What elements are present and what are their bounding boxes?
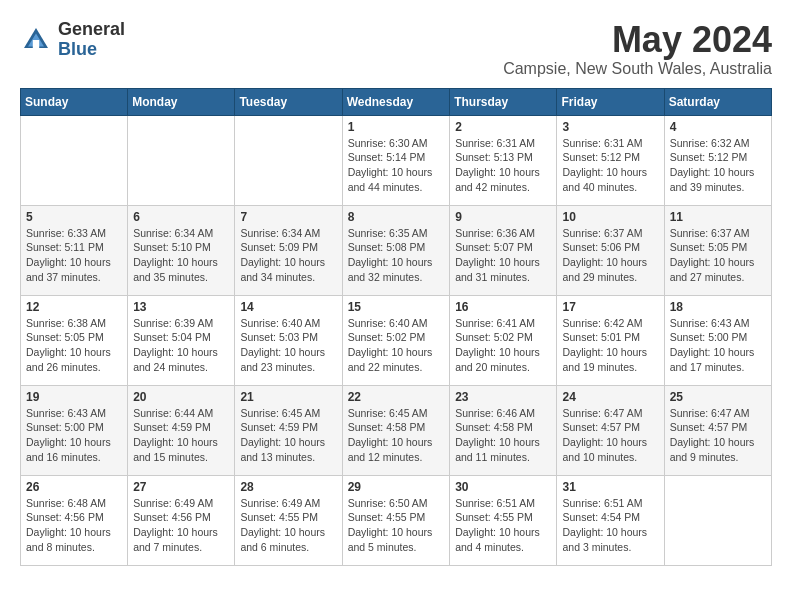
calendar-body: 1Sunrise: 6:30 AM Sunset: 5:14 PM Daylig… bbox=[21, 115, 772, 565]
calendar-cell: 27Sunrise: 6:49 AM Sunset: 4:56 PM Dayli… bbox=[128, 475, 235, 565]
day-detail: Sunrise: 6:37 AM Sunset: 5:05 PM Dayligh… bbox=[670, 226, 766, 285]
calendar-cell: 24Sunrise: 6:47 AM Sunset: 4:57 PM Dayli… bbox=[557, 385, 664, 475]
day-number: 13 bbox=[133, 300, 229, 314]
day-detail: Sunrise: 6:40 AM Sunset: 5:02 PM Dayligh… bbox=[348, 316, 445, 375]
calendar-week-row: 26Sunrise: 6:48 AM Sunset: 4:56 PM Dayli… bbox=[21, 475, 772, 565]
day-number: 20 bbox=[133, 390, 229, 404]
day-number: 5 bbox=[26, 210, 122, 224]
day-number: 31 bbox=[562, 480, 658, 494]
calendar-cell: 31Sunrise: 6:51 AM Sunset: 4:54 PM Dayli… bbox=[557, 475, 664, 565]
calendar-cell: 23Sunrise: 6:46 AM Sunset: 4:58 PM Dayli… bbox=[450, 385, 557, 475]
day-detail: Sunrise: 6:48 AM Sunset: 4:56 PM Dayligh… bbox=[26, 496, 122, 555]
calendar-cell bbox=[664, 475, 771, 565]
calendar-cell: 22Sunrise: 6:45 AM Sunset: 4:58 PM Dayli… bbox=[342, 385, 450, 475]
day-number: 30 bbox=[455, 480, 551, 494]
day-number: 14 bbox=[240, 300, 336, 314]
calendar-cell: 2Sunrise: 6:31 AM Sunset: 5:13 PM Daylig… bbox=[450, 115, 557, 205]
day-detail: Sunrise: 6:43 AM Sunset: 5:00 PM Dayligh… bbox=[26, 406, 122, 465]
day-detail: Sunrise: 6:35 AM Sunset: 5:08 PM Dayligh… bbox=[348, 226, 445, 285]
calendar-cell: 25Sunrise: 6:47 AM Sunset: 4:57 PM Dayli… bbox=[664, 385, 771, 475]
logo-blue: Blue bbox=[58, 40, 125, 60]
calendar-cell: 4Sunrise: 6:32 AM Sunset: 5:12 PM Daylig… bbox=[664, 115, 771, 205]
calendar-cell: 11Sunrise: 6:37 AM Sunset: 5:05 PM Dayli… bbox=[664, 205, 771, 295]
calendar-cell bbox=[235, 115, 342, 205]
day-number: 23 bbox=[455, 390, 551, 404]
day-number: 3 bbox=[562, 120, 658, 134]
day-detail: Sunrise: 6:31 AM Sunset: 5:12 PM Dayligh… bbox=[562, 136, 658, 195]
month-title: May 2024 bbox=[503, 20, 772, 60]
calendar-week-row: 19Sunrise: 6:43 AM Sunset: 5:00 PM Dayli… bbox=[21, 385, 772, 475]
day-detail: Sunrise: 6:33 AM Sunset: 5:11 PM Dayligh… bbox=[26, 226, 122, 285]
calendar-cell: 29Sunrise: 6:50 AM Sunset: 4:55 PM Dayli… bbox=[342, 475, 450, 565]
day-number: 2 bbox=[455, 120, 551, 134]
calendar-cell: 1Sunrise: 6:30 AM Sunset: 5:14 PM Daylig… bbox=[342, 115, 450, 205]
weekday-header: Monday bbox=[128, 88, 235, 115]
day-detail: Sunrise: 6:43 AM Sunset: 5:00 PM Dayligh… bbox=[670, 316, 766, 375]
calendar-cell: 21Sunrise: 6:45 AM Sunset: 4:59 PM Dayli… bbox=[235, 385, 342, 475]
calendar-cell: 30Sunrise: 6:51 AM Sunset: 4:55 PM Dayli… bbox=[450, 475, 557, 565]
day-detail: Sunrise: 6:51 AM Sunset: 4:55 PM Dayligh… bbox=[455, 496, 551, 555]
day-detail: Sunrise: 6:31 AM Sunset: 5:13 PM Dayligh… bbox=[455, 136, 551, 195]
calendar-cell: 16Sunrise: 6:41 AM Sunset: 5:02 PM Dayli… bbox=[450, 295, 557, 385]
day-detail: Sunrise: 6:30 AM Sunset: 5:14 PM Dayligh… bbox=[348, 136, 445, 195]
calendar-cell: 9Sunrise: 6:36 AM Sunset: 5:07 PM Daylig… bbox=[450, 205, 557, 295]
day-detail: Sunrise: 6:38 AM Sunset: 5:05 PM Dayligh… bbox=[26, 316, 122, 375]
day-detail: Sunrise: 6:50 AM Sunset: 4:55 PM Dayligh… bbox=[348, 496, 445, 555]
day-number: 18 bbox=[670, 300, 766, 314]
day-number: 24 bbox=[562, 390, 658, 404]
day-detail: Sunrise: 6:51 AM Sunset: 4:54 PM Dayligh… bbox=[562, 496, 658, 555]
calendar-cell: 10Sunrise: 6:37 AM Sunset: 5:06 PM Dayli… bbox=[557, 205, 664, 295]
day-detail: Sunrise: 6:49 AM Sunset: 4:56 PM Dayligh… bbox=[133, 496, 229, 555]
day-detail: Sunrise: 6:40 AM Sunset: 5:03 PM Dayligh… bbox=[240, 316, 336, 375]
day-number: 6 bbox=[133, 210, 229, 224]
calendar-cell: 3Sunrise: 6:31 AM Sunset: 5:12 PM Daylig… bbox=[557, 115, 664, 205]
logo: General Blue bbox=[20, 20, 125, 60]
page-header: General Blue May 2024 Campsie, New South… bbox=[20, 20, 772, 78]
calendar-cell: 6Sunrise: 6:34 AM Sunset: 5:10 PM Daylig… bbox=[128, 205, 235, 295]
day-number: 17 bbox=[562, 300, 658, 314]
calendar-cell: 15Sunrise: 6:40 AM Sunset: 5:02 PM Dayli… bbox=[342, 295, 450, 385]
calendar-cell: 28Sunrise: 6:49 AM Sunset: 4:55 PM Dayli… bbox=[235, 475, 342, 565]
day-number: 11 bbox=[670, 210, 766, 224]
calendar-week-row: 12Sunrise: 6:38 AM Sunset: 5:05 PM Dayli… bbox=[21, 295, 772, 385]
day-detail: Sunrise: 6:34 AM Sunset: 5:10 PM Dayligh… bbox=[133, 226, 229, 285]
weekday-header: Wednesday bbox=[342, 88, 450, 115]
logo-text: General Blue bbox=[58, 20, 125, 60]
logo-general: General bbox=[58, 20, 125, 40]
weekday-header: Tuesday bbox=[235, 88, 342, 115]
title-section: May 2024 Campsie, New South Wales, Austr… bbox=[503, 20, 772, 78]
calendar-cell: 19Sunrise: 6:43 AM Sunset: 5:00 PM Dayli… bbox=[21, 385, 128, 475]
calendar-cell: 8Sunrise: 6:35 AM Sunset: 5:08 PM Daylig… bbox=[342, 205, 450, 295]
day-detail: Sunrise: 6:39 AM Sunset: 5:04 PM Dayligh… bbox=[133, 316, 229, 375]
calendar-table: SundayMondayTuesdayWednesdayThursdayFrid… bbox=[20, 88, 772, 566]
day-number: 25 bbox=[670, 390, 766, 404]
weekday-header: Saturday bbox=[664, 88, 771, 115]
day-detail: Sunrise: 6:42 AM Sunset: 5:01 PM Dayligh… bbox=[562, 316, 658, 375]
day-number: 29 bbox=[348, 480, 445, 494]
calendar-cell: 5Sunrise: 6:33 AM Sunset: 5:11 PM Daylig… bbox=[21, 205, 128, 295]
calendar-week-row: 1Sunrise: 6:30 AM Sunset: 5:14 PM Daylig… bbox=[21, 115, 772, 205]
calendar-cell: 12Sunrise: 6:38 AM Sunset: 5:05 PM Dayli… bbox=[21, 295, 128, 385]
day-number: 28 bbox=[240, 480, 336, 494]
day-detail: Sunrise: 6:34 AM Sunset: 5:09 PM Dayligh… bbox=[240, 226, 336, 285]
weekday-header: Sunday bbox=[21, 88, 128, 115]
logo-icon bbox=[20, 24, 52, 56]
day-number: 26 bbox=[26, 480, 122, 494]
day-detail: Sunrise: 6:44 AM Sunset: 4:59 PM Dayligh… bbox=[133, 406, 229, 465]
location: Campsie, New South Wales, Australia bbox=[503, 60, 772, 78]
day-number: 19 bbox=[26, 390, 122, 404]
day-detail: Sunrise: 6:45 AM Sunset: 4:59 PM Dayligh… bbox=[240, 406, 336, 465]
day-number: 16 bbox=[455, 300, 551, 314]
weekday-header-row: SundayMondayTuesdayWednesdayThursdayFrid… bbox=[21, 88, 772, 115]
calendar-week-row: 5Sunrise: 6:33 AM Sunset: 5:11 PM Daylig… bbox=[21, 205, 772, 295]
day-number: 21 bbox=[240, 390, 336, 404]
calendar-cell: 14Sunrise: 6:40 AM Sunset: 5:03 PM Dayli… bbox=[235, 295, 342, 385]
day-number: 27 bbox=[133, 480, 229, 494]
day-number: 10 bbox=[562, 210, 658, 224]
day-number: 12 bbox=[26, 300, 122, 314]
weekday-header: Friday bbox=[557, 88, 664, 115]
day-detail: Sunrise: 6:47 AM Sunset: 4:57 PM Dayligh… bbox=[562, 406, 658, 465]
day-number: 22 bbox=[348, 390, 445, 404]
day-number: 4 bbox=[670, 120, 766, 134]
day-number: 7 bbox=[240, 210, 336, 224]
